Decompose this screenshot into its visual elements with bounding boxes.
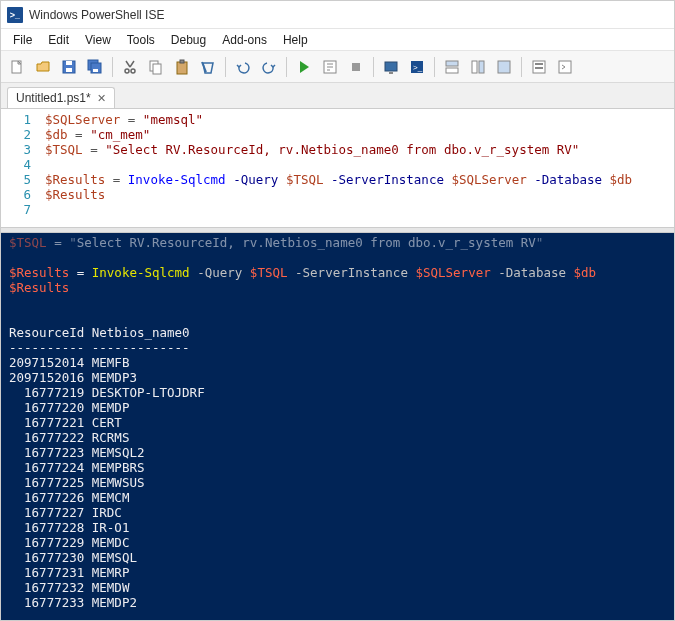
svg-rect-19 <box>446 61 458 66</box>
menu-edit[interactable]: Edit <box>40 31 77 49</box>
menu-view[interactable]: View <box>77 31 119 49</box>
menu-file[interactable]: File <box>5 31 40 49</box>
svg-rect-23 <box>498 61 510 73</box>
menu-debug[interactable]: Debug <box>163 31 214 49</box>
toolbar: >_ <box>1 51 674 83</box>
new-remote-tab-icon[interactable] <box>379 55 403 79</box>
svg-point-8 <box>131 69 135 73</box>
svg-rect-22 <box>479 61 484 73</box>
svg-rect-6 <box>93 69 98 72</box>
show-command-window-icon[interactable] <box>553 55 577 79</box>
close-tab-icon[interactable]: ✕ <box>97 92 106 105</box>
powershell-icon: >_ <box>7 7 23 23</box>
svg-rect-14 <box>352 63 360 71</box>
svg-rect-12 <box>180 60 184 63</box>
show-script-pane-maximized-icon[interactable] <box>492 55 516 79</box>
cut-icon[interactable] <box>118 55 142 79</box>
show-script-pane-right-icon[interactable] <box>466 55 490 79</box>
start-powershell-icon[interactable]: >_ <box>405 55 429 79</box>
new-file-icon[interactable] <box>5 55 29 79</box>
script-editor[interactable]: 1234567 $SQLServer = "memsql"$db = "cm_m… <box>1 109 674 227</box>
separator <box>112 57 113 77</box>
paste-icon[interactable] <box>170 55 194 79</box>
run-script-icon[interactable] <box>292 55 316 79</box>
tabbar: Untitled1.ps1* ✕ <box>1 83 674 109</box>
separator <box>373 57 374 77</box>
tab-label: Untitled1.ps1* <box>16 91 91 105</box>
redo-icon[interactable] <box>257 55 281 79</box>
separator <box>434 57 435 77</box>
svg-rect-15 <box>385 62 397 71</box>
run-selection-icon[interactable] <box>318 55 342 79</box>
svg-text:>_: >_ <box>413 63 423 72</box>
line-gutter: 1234567 <box>1 109 39 227</box>
svg-point-7 <box>125 69 129 73</box>
svg-rect-25 <box>535 63 543 65</box>
svg-rect-20 <box>446 68 458 73</box>
save-all-icon[interactable] <box>83 55 107 79</box>
clear-console-icon[interactable] <box>196 55 220 79</box>
open-file-icon[interactable] <box>31 55 55 79</box>
code-area[interactable]: $SQLServer = "memsql"$db = "cm_mem"$TSQL… <box>39 109 674 227</box>
svg-rect-16 <box>389 72 393 74</box>
save-icon[interactable] <box>57 55 81 79</box>
show-script-pane-top-icon[interactable] <box>440 55 464 79</box>
menu-addons[interactable]: Add-ons <box>214 31 275 49</box>
window-title: Windows PowerShell ISE <box>29 8 164 22</box>
tab-untitled1[interactable]: Untitled1.ps1* ✕ <box>7 87 115 108</box>
undo-icon[interactable] <box>231 55 255 79</box>
svg-rect-11 <box>177 62 187 74</box>
copy-icon[interactable] <box>144 55 168 79</box>
separator <box>286 57 287 77</box>
console-pane[interactable]: $TSQL = "Select RV.ResourceId, rv.Netbio… <box>1 233 674 620</box>
svg-rect-10 <box>153 64 161 74</box>
menu-tools[interactable]: Tools <box>119 31 163 49</box>
separator <box>521 57 522 77</box>
svg-rect-21 <box>472 61 477 73</box>
svg-rect-26 <box>535 67 543 69</box>
svg-rect-3 <box>66 61 72 65</box>
show-command-addon-icon[interactable] <box>527 55 551 79</box>
svg-rect-2 <box>66 68 72 72</box>
titlebar: >_ Windows PowerShell ISE <box>1 1 674 29</box>
menu-help[interactable]: Help <box>275 31 316 49</box>
separator <box>225 57 226 77</box>
menubar: File Edit View Tools Debug Add-ons Help <box>1 29 674 51</box>
stop-icon[interactable] <box>344 55 368 79</box>
